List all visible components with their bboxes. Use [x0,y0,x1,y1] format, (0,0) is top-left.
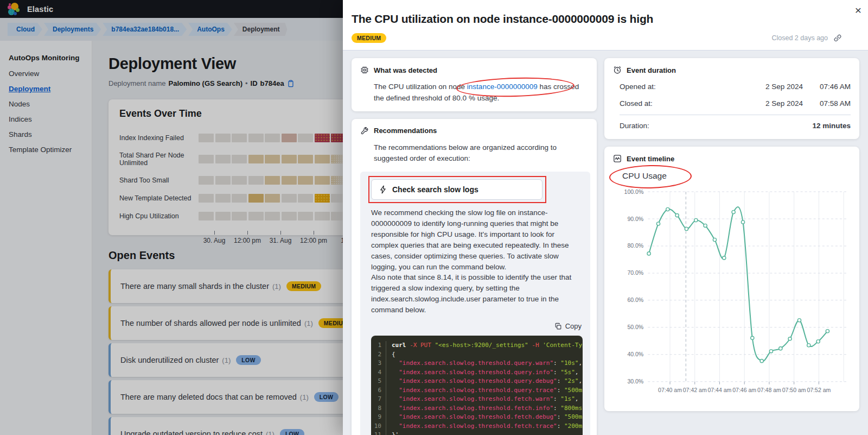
code-line: 3 "index.search.slowlog.threshold.query.… [371,359,583,368]
flyout-title: The CPU utilization on node instance-000… [352,11,655,27]
code-block[interactable]: 1curl -X PUT "<es-host>:9200/_settings" … [371,336,583,435]
duration-row: Closed at:2 Sep 202407:58 AM [620,98,851,109]
share-link-icon[interactable] [833,34,842,42]
duration-row-label: Closed at: [620,98,749,109]
code-token: "index.search.slowlog.threshold.fetch.wa… [392,395,553,402]
cpu-usage-chart[interactable]: 100.0%90.0%80.0%70.0%60.0%50.0%40.0%30.0… [613,184,851,404]
code-line-text: "index.search.slowlog.threshold.query.in… [386,368,578,377]
code-token: : [557,423,564,430]
code-token: "index.search.slowlog.threshold.fetch.in… [392,405,553,412]
svg-text:07:46 am: 07:46 am [732,387,756,393]
flyout-backdrop-overlay[interactable] [0,0,343,435]
timeline-heading: Event timeline [627,155,674,163]
code-token: "200ms" [564,423,583,430]
code-token: "10s" [560,360,578,367]
code-line: 2{ [371,350,583,360]
duration-row-time: 07:58 AM [803,98,851,109]
code-line-text: "index.search.slowlog.threshold.query.tr… [386,386,583,395]
code-token: , [578,377,582,384]
copy-label: Copy [565,321,582,332]
code-token: "index.search.slowlog.threshold.query.wa… [392,360,553,367]
code-token: PUT [420,342,435,349]
svg-text:60.0%: 60.0% [627,297,643,303]
svg-text:40.0%: 40.0% [627,351,643,357]
recommendation-box: Check search slow logs We recommend chec… [360,172,590,435]
detected-text: The CPU utilization on node instance-000… [374,81,588,104]
code-line: 8 "index.search.slowlog.threshold.fetch.… [371,404,583,413]
svg-text:07:40 am: 07:40 am [658,387,682,393]
recommendation-body-2: Also note that since 8.14, it is possibl… [371,273,571,314]
cpu-chip-icon [360,66,369,74]
svg-text:100.0%: 100.0% [624,188,644,195]
code-token: "index.search.slowlog.threshold.fetch.tr… [392,423,557,430]
code-token: : [557,413,564,420]
duration-row-date: 2 Sep 2024 [749,98,803,109]
code-token: "5s" [560,369,575,376]
code-token: 'Content-Type: [542,342,583,349]
code-line-number: 11 [371,431,386,435]
svg-text:07:50 am: 07:50 am [782,387,806,393]
recommendation-body: We recommend checking the slow log file … [371,207,583,315]
copy-button[interactable]: Copy [368,321,582,332]
duration-total-value: 12 minutes [649,121,851,131]
flyout-header: The CPU utilization on node instance-000… [343,0,868,51]
code-line: 7 "index.search.slowlog.threshold.fetch.… [371,395,583,404]
severity-badge: MEDIUM [352,33,386,43]
recommendations-heading: Recommendations [374,127,437,135]
code-token: -H [532,342,542,349]
code-token: curl [392,342,410,349]
svg-text:70.0%: 70.0% [627,270,643,276]
code-token: "index.search.slowlog.threshold.fetch.de… [392,413,557,420]
code-line-number: 1 [371,341,386,350]
code-token: , [578,360,582,367]
action-button-label: Check search slow logs [392,185,478,194]
code-token: { [392,351,395,358]
event-duration-card: Event duration Opened at:2 Sep 202407:46… [604,58,859,139]
code-line: 9 "index.search.slowlog.threshold.fetch.… [371,413,583,422]
code-token: "index.search.slowlog.threshold.query.in… [392,369,553,376]
flyout-body: What was detected The CPU utilization on… [343,51,868,435]
code-line: 11}' [371,431,583,435]
bolt-icon [379,185,387,194]
code-line-text: "index.search.slowlog.threshold.query.de… [386,377,582,386]
code-line-number: 7 [371,395,386,404]
svg-text:80.0%: 80.0% [627,243,643,249]
code-token: : [553,360,560,367]
code-token: : [557,387,564,394]
code-line-text: "index.search.slowlog.threshold.fetch.de… [386,413,583,422]
code-token: , [575,369,579,376]
recommendations-intro: The recommendations below are organized … [374,142,588,165]
code-line: 6 "index.search.slowlog.threshold.query.… [371,386,583,395]
code-line-text: "index.search.slowlog.threshold.fetch.wa… [386,395,578,404]
code-line-text: curl -X PUT "<es-host>:9200/_settings" -… [386,341,583,350]
closed-status-text: Closed 2 days ago [771,34,828,42]
recommendations-card: Recommendations The recommendations belo… [352,119,597,435]
duration-heading: Event duration [627,66,676,74]
code-line: 10 "index.search.slowlog.threshold.fetch… [371,422,583,431]
code-line-number: 8 [371,404,386,413]
copy-icon [554,323,562,330]
instance-link[interactable]: instance-0000000009 [467,83,538,91]
code-line-number: 3 [371,359,386,368]
check-search-slow-logs-button[interactable]: Check search slow logs [371,179,542,200]
code-line-text: "index.search.slowlog.threshold.fetch.tr… [386,422,583,431]
code-line-number: 10 [371,422,386,431]
code-line: 4 "index.search.slowlog.threshold.query.… [371,368,583,377]
code-token: "800ms" [560,405,583,412]
duration-divider [620,115,851,115]
timeline-chart-icon [613,154,622,163]
code-token: , [575,395,579,402]
code-token: "index.search.slowlog.threshold.query.de… [392,377,557,384]
code-token: -X [410,342,420,349]
svg-text:07:44 am: 07:44 am [707,387,731,393]
code-token: : [553,369,560,376]
svg-text:90.0%: 90.0% [627,216,643,222]
detected-text-before: The CPU utilization on node [374,83,467,91]
code-token: "500ms" [564,387,583,394]
code-line: 5 "index.search.slowlog.threshold.query.… [371,377,583,386]
code-token: "2s" [564,377,579,384]
duration-row-date: 2 Sep 2024 [749,81,803,92]
code-line-text: "index.search.slowlog.threshold.fetch.in… [386,404,583,413]
code-token: "index.search.slowlog.threshold.query.tr… [392,387,557,394]
code-line-text: }' [386,431,399,435]
